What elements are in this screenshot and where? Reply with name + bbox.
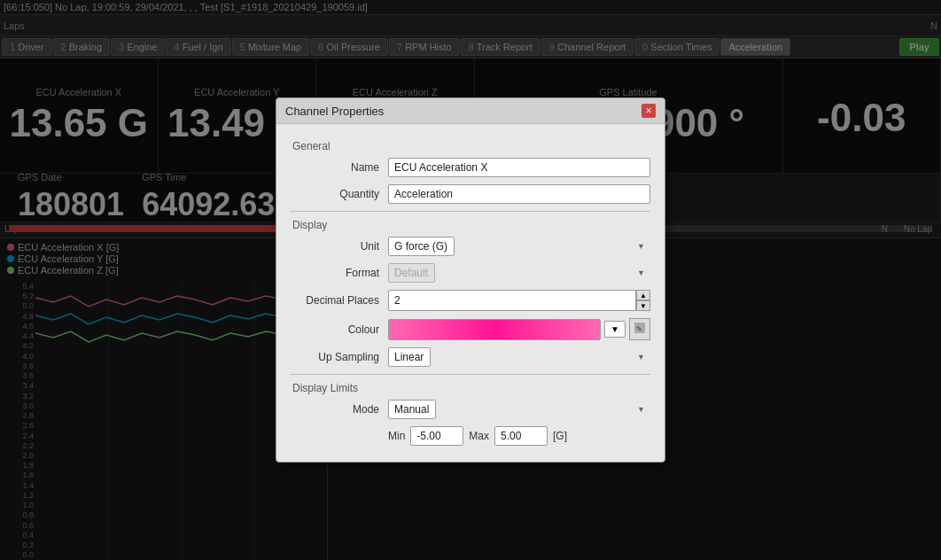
- unit-select-wrapper: G force (G) m/s²: [388, 237, 650, 256]
- unit-select[interactable]: G force (G) m/s²: [388, 237, 455, 256]
- unit-row: Unit G force (G) m/s²: [291, 237, 650, 256]
- modal-close-button[interactable]: ×: [642, 104, 656, 118]
- colour-row: Colour ▼ ✎: [291, 318, 650, 340]
- mode-label: Mode: [291, 403, 388, 416]
- modal-overlay: Channel Properties × General Name Quanti…: [0, 0, 941, 560]
- mode-row: Mode Manual Auto: [291, 400, 650, 419]
- format-row: Format Default: [291, 263, 650, 283]
- decimal-places-row: Decimal Places ▲ ▼: [291, 290, 650, 311]
- mode-select-wrapper: Manual Auto: [388, 400, 650, 419]
- decimal-places-spinner: ▲ ▼: [388, 290, 650, 311]
- decimal-places-label: Decimal Places: [291, 294, 388, 307]
- spinner-up[interactable]: ▲: [636, 290, 650, 300]
- up-sampling-select-wrapper: Linear None Cubic: [388, 347, 650, 367]
- colour-dropdown-button[interactable]: ▼: [604, 321, 626, 338]
- mode-select[interactable]: Manual Auto: [388, 400, 436, 419]
- colour-swatch[interactable]: [388, 319, 601, 340]
- up-sampling-select[interactable]: Linear None Cubic: [388, 347, 431, 367]
- modal-body: General Name Quantity Display Unit G for…: [276, 124, 665, 462]
- eyedropper-icon: ✎: [634, 322, 646, 334]
- colour-control: ▼ ✎: [388, 318, 650, 340]
- max-input[interactable]: [494, 426, 548, 446]
- divider-1: [291, 211, 650, 212]
- min-label: Min: [388, 430, 405, 442]
- section-general: General: [291, 140, 650, 152]
- section-display-limits: Display Limits: [291, 382, 650, 394]
- colour-label: Colour: [291, 323, 388, 336]
- modal-title: Channel Properties: [285, 105, 384, 118]
- format-label: Format: [291, 267, 388, 279]
- spinner-down[interactable]: ▼: [636, 300, 650, 311]
- limits-unit: [G]: [553, 430, 567, 442]
- format-select-wrapper: Default: [388, 263, 650, 283]
- divider-2: [291, 374, 650, 375]
- limits-controls: Min Max [G]: [388, 426, 567, 446]
- quantity-label: Quantity: [291, 188, 388, 200]
- min-input[interactable]: [410, 426, 463, 446]
- up-sampling-row: Up Sampling Linear None Cubic: [291, 347, 650, 367]
- unit-label: Unit: [291, 240, 388, 253]
- format-select[interactable]: Default: [388, 263, 435, 283]
- section-display: Display: [291, 219, 650, 231]
- quantity-row: Quantity: [291, 184, 650, 204]
- up-sampling-label: Up Sampling: [291, 351, 388, 363]
- name-row: Name: [291, 158, 650, 177]
- colour-picker-button[interactable]: ✎: [629, 318, 650, 340]
- channel-properties-modal: Channel Properties × General Name Quanti…: [276, 97, 665, 463]
- decimal-places-input[interactable]: [388, 290, 636, 311]
- modal-header[interactable]: Channel Properties ×: [276, 98, 665, 124]
- name-input[interactable]: [388, 158, 650, 177]
- min-max-row: Min Max [G]: [291, 426, 650, 446]
- spinner-buttons: ▲ ▼: [636, 290, 650, 311]
- quantity-input[interactable]: [388, 184, 650, 204]
- max-label: Max: [469, 430, 489, 442]
- svg-text:✎: ✎: [636, 325, 642, 333]
- name-label: Name: [291, 161, 388, 174]
